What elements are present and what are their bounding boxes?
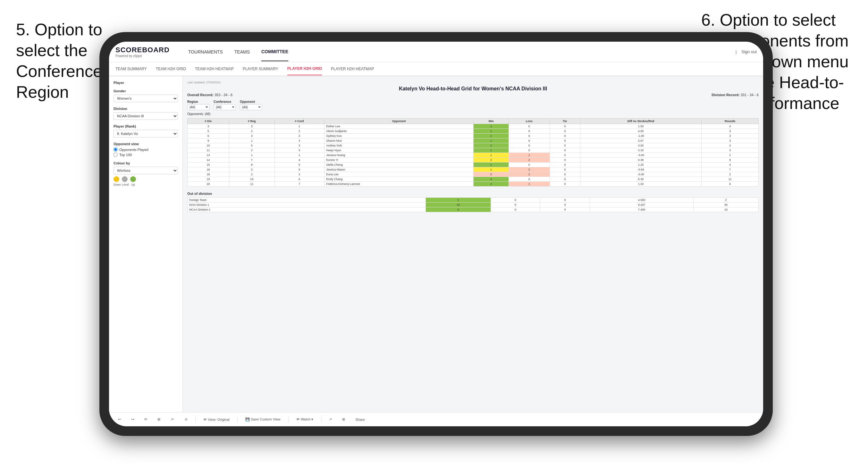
cell-diff: 3.33: [580, 148, 702, 153]
table-row: 19 10 6 Emily Chang 4 0 0 0.30 11: [188, 177, 759, 182]
nav-committee[interactable]: COMMITTEE: [261, 43, 288, 61]
app-bar: SCOREBOARD Powered by clippd TOURNAMENTS…: [109, 42, 763, 62]
cell-win: 1: [474, 148, 508, 153]
colour-circle-down: [114, 176, 119, 182]
cell-diff: -1.00: [580, 134, 702, 138]
table-header-row: # Div # Reg # Conf Opponent Win Loss Tie…: [188, 119, 759, 124]
cell-win: 4: [474, 177, 508, 182]
cell-opponent: Heejo Hyun: [324, 148, 474, 153]
radio-opponents-played[interactable]: [114, 148, 118, 152]
conference-dropdowns: (All): [214, 104, 236, 110]
cell-win: 1: [474, 129, 508, 134]
region-select[interactable]: (All): [187, 104, 210, 110]
cell-opponent: Stella Cheng: [324, 162, 474, 167]
sign-out-btn[interactable]: Sign out: [741, 49, 757, 54]
toolbar-share-grid[interactable]: ⊞: [340, 416, 348, 423]
toolbar-refresh[interactable]: ⟳: [142, 416, 150, 423]
cell-loss: 1: [508, 182, 550, 187]
cell-reg: 6: [229, 143, 275, 148]
cell-conf: 5: [275, 148, 324, 153]
cell-rounds: 3: [702, 129, 759, 134]
subnav-team-summary[interactable]: TEAM SUMMARY: [116, 63, 147, 75]
sidebar-player-label: Player: [114, 81, 178, 85]
region-dropdowns: (All): [187, 104, 210, 110]
colour-circle-up: [130, 176, 136, 182]
toolbar-undo[interactable]: ↩: [116, 416, 123, 423]
record-row: Overall Record: 353 - 34 - 6 Division Re…: [187, 93, 759, 97]
cell-win: 2: [474, 182, 508, 187]
sidebar-colour-select[interactable]: Win/loss: [114, 167, 178, 174]
cell-div: 18: [188, 172, 229, 177]
cell-win: 1: [474, 153, 508, 158]
col-reg: # Reg: [229, 119, 275, 124]
region-filter-label: Region: [187, 100, 210, 103]
cell-diff: 3.67: [580, 138, 702, 143]
ood-cell-rounds: 10: [693, 207, 759, 212]
subnav-team-h2h-heatmap[interactable]: TEAM H2H HEATMAP: [195, 63, 234, 75]
radio-top100[interactable]: [114, 153, 118, 157]
logo-subtitle: Powered by clippd: [116, 54, 169, 58]
cell-tie: 0: [550, 124, 580, 129]
nav-tournaments[interactable]: TOURNAMENTS: [188, 43, 223, 61]
subnav-team-h2h-grid[interactable]: TEAM H2H GRID: [156, 63, 186, 75]
opponent-select[interactable]: (All): [240, 104, 262, 110]
sidebar-player-rank-select[interactable]: 8. Katelyn Vo: [114, 130, 178, 137]
cell-opponent: Jessica Mason: [324, 167, 474, 172]
nav-teams[interactable]: TEAMS: [235, 43, 250, 61]
cell-conf: 1: [275, 153, 324, 158]
filter-group-region: Region (All): [187, 100, 210, 110]
toolbar-sep-3: [288, 416, 288, 423]
cell-opponent: Alexis Sudjianto: [324, 129, 474, 134]
cell-loss: 0: [508, 148, 550, 153]
cell-win: 2: [474, 143, 508, 148]
toolbar-export[interactable]: ↗: [327, 416, 335, 423]
sidebar-gender-section: Gender Women's: [114, 89, 178, 102]
logo-title: SCOREBOARD: [116, 46, 169, 54]
ood-table-row: NCAA Division 2 5 0 0 7.400 10: [188, 207, 759, 212]
col-rounds: Rounds: [702, 119, 759, 124]
ood-cell-opponent: Foreign Team: [188, 198, 426, 203]
table-row: 13 1 1 Jessica Huang 1 1 0 -3.00 2: [188, 153, 759, 158]
toolbar-link[interactable]: ↗·: [168, 416, 177, 423]
bottom-toolbar: ↩ ↪ ⟳ ⊞ ↗· ⊙ 👁 View: Original 💾 Save Cus…: [109, 412, 763, 426]
sidebar-opponent-view-label: Opponent view: [114, 142, 178, 146]
cell-div: 10: [188, 143, 229, 148]
toolbar-clock[interactable]: ⊙: [182, 416, 190, 423]
ood-cell-win: 15: [426, 203, 491, 207]
sidebar-gender-select[interactable]: Women's: [114, 95, 178, 102]
radio-opponents-played-label: Opponents Played: [119, 148, 149, 152]
table-row: 14 7 4 Eunice Yi 2 2 0 0.38 9: [188, 158, 759, 162]
cell-diff: -3.00: [580, 153, 702, 158]
toolbar-share[interactable]: Share: [353, 416, 367, 423]
toolbar-redo-back[interactable]: ↪: [129, 416, 136, 423]
ood-cell-diff: 9.267: [590, 203, 693, 207]
ood-cell-rounds: 30: [693, 203, 759, 207]
opponent-dropdowns: (All): [240, 104, 262, 110]
table-row: 20 11 7 Federica Domecq Lacroze 2 1 0 1.…: [188, 182, 759, 187]
cell-div: 20: [188, 182, 229, 187]
cell-loss: 0: [508, 124, 550, 129]
subnav-player-h2h-grid[interactable]: PLAYER H2H GRID: [287, 62, 322, 75]
cell-tie: 0: [550, 177, 580, 182]
toolbar-view-original[interactable]: 👁 View: Original: [201, 416, 232, 423]
ood-cell-tie: 0: [540, 207, 590, 212]
cell-loss: 2: [508, 172, 550, 177]
cell-win: 1: [474, 162, 508, 167]
cell-diff: -0.94: [580, 167, 702, 172]
toolbar-grid[interactable]: ⊞: [155, 416, 163, 423]
sidebar-division-select[interactable]: NCAA Division III: [114, 112, 178, 120]
table-row: 18 2 2 Euna Lee 0 2 0 -5.00 2: [188, 172, 759, 177]
overall-record: Overall Record: 353 - 34 - 6: [187, 93, 232, 97]
cell-conf: 1: [275, 124, 324, 129]
cell-reg: 3: [229, 167, 275, 172]
cell-tie: 0: [550, 172, 580, 177]
cell-win: 1: [474, 134, 508, 138]
subnav-player-summary[interactable]: PLAYER SUMMARY: [243, 63, 278, 75]
subnav-player-h2h-heatmap[interactable]: PLAYER H2H HEATMAP: [331, 63, 374, 75]
cell-loss: 0: [508, 162, 550, 167]
toolbar-save-custom[interactable]: 💾 Save Custom View: [243, 416, 283, 423]
cell-rounds: 11: [702, 177, 759, 182]
conference-select[interactable]: (All): [214, 104, 236, 110]
toolbar-watch[interactable]: 👁 Watch ▾: [294, 416, 316, 423]
cell-conf: 2: [275, 172, 324, 177]
